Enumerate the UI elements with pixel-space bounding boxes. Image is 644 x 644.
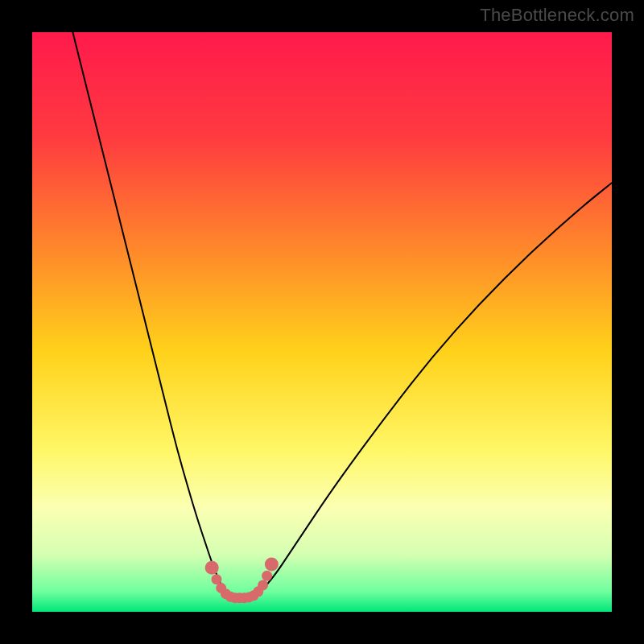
chart-background: [32, 32, 612, 612]
chart-frame: TheBottleneck.com: [0, 0, 644, 644]
trough-dot: [205, 561, 219, 575]
chart-svg: [32, 32, 612, 612]
trough-dot: [258, 580, 268, 590]
watermark: TheBottleneck.com: [480, 5, 634, 26]
trough-dot: [265, 557, 279, 571]
plot-area: [32, 32, 612, 612]
trough-dot: [262, 571, 272, 581]
